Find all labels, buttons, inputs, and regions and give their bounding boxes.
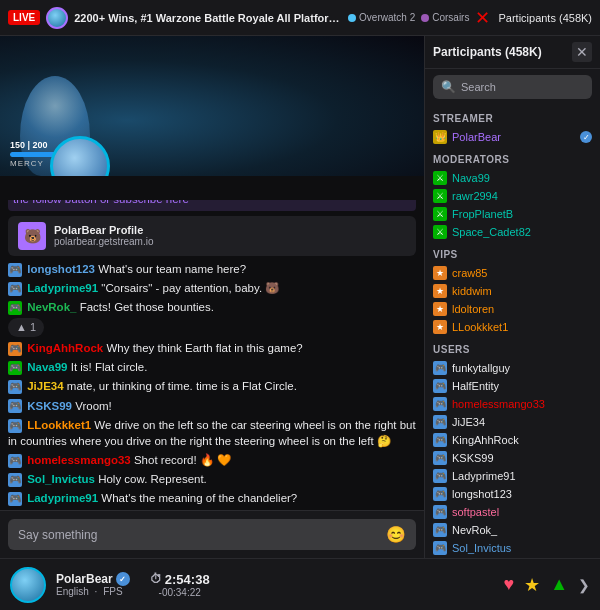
username[interactable]: KSKS99 <box>27 400 72 412</box>
chat-message: 🎮 longshot123 What's our team name here? <box>8 261 416 277</box>
bottom-verified-icon: ✓ <box>116 572 130 586</box>
participants-search-input[interactable] <box>461 81 599 93</box>
tag-overwatch[interactable]: Overwatch 2 <box>348 12 415 23</box>
participant-item[interactable]: ★ ldoltoren <box>433 300 592 318</box>
upvote-button[interactable]: ▲ <box>550 574 568 595</box>
participants-count: Participants (458K) <box>498 12 592 24</box>
streamer-avatar-top <box>46 7 68 29</box>
participant-item[interactable]: ⚔ Nava99 <box>433 169 592 187</box>
participant-name: NevRok_ <box>452 524 592 536</box>
participant-name: KSKS99 <box>452 452 592 464</box>
user-icon: 🎮 <box>8 454 22 468</box>
chat-input-area: 😊 <box>0 510 424 558</box>
user-icon: 🎮 <box>433 361 447 375</box>
mod-icon: ⚔ <box>433 189 447 203</box>
participant-item[interactable]: ★ LLookkket1 <box>433 318 592 336</box>
username[interactable]: Ladyprime91 <box>27 282 98 294</box>
username[interactable]: Sol_Invictus <box>27 473 95 485</box>
participant-item[interactable]: 🎮 Sol_Invictus <box>433 539 592 557</box>
participant-name: JiJE34 <box>452 416 592 428</box>
participant-item[interactable]: 🎮 JiJE34 <box>433 413 592 431</box>
chat-input[interactable] <box>18 528 380 542</box>
message-text: Why they think Earth flat in this game? <box>106 342 302 354</box>
close-stream-icon[interactable]: ✕ <box>475 7 490 29</box>
username[interactable]: LLookkket1 <box>27 419 91 431</box>
tag-label-overwatch: Overwatch 2 <box>359 12 415 23</box>
vip-icon: ★ <box>433 302 447 316</box>
share-button[interactable]: ❯ <box>578 577 590 593</box>
message-text: What's our team name here? <box>98 263 246 275</box>
username[interactable]: JiJE34 <box>27 380 63 392</box>
profile-card[interactable]: 🐻 PolarBear Profile polarbear.getstream.… <box>8 216 416 256</box>
tag-dot-corsairs <box>421 14 429 22</box>
timer-value: 2:54:38 <box>165 572 210 587</box>
user-icon: 🎮 <box>433 541 447 555</box>
upvote-message: ▲ 1 <box>8 318 416 337</box>
participant-item[interactable]: 🎮 funkytallguy <box>433 359 592 377</box>
participant-item[interactable]: ⚔ Space_Cadet82 <box>433 223 592 241</box>
participant-item[interactable]: 🎮 softpastel <box>433 503 592 521</box>
participant-item[interactable]: ★ kiddwim <box>433 282 592 300</box>
participant-item[interactable]: 🎮 Ladyprime91 <box>433 467 592 485</box>
participant-item[interactable]: ★ craw85 <box>433 264 592 282</box>
user-icon: 🎮 <box>433 415 447 429</box>
streamer-crown-icon: 👑 <box>433 130 447 144</box>
section-title-vips: VIPs <box>433 249 592 260</box>
username[interactable]: homelessmango33 <box>27 454 131 466</box>
bottom-streamer-name: PolarBear ✓ <box>56 572 130 586</box>
upvote-badge[interactable]: ▲ 1 <box>8 318 44 337</box>
stream-preview: 150 | 200 MERCY <box>0 36 424 176</box>
user-icon: 🎮 <box>8 399 22 413</box>
user-icon: 🎮 <box>8 361 22 375</box>
participants-panel: Participants (458K) ✕ 🔍 Streamer 👑 Polar… <box>425 36 600 558</box>
participant-item[interactable]: ⚔ FropPlanetB <box>433 205 592 223</box>
section-title-streamer: Streamer <box>433 113 592 124</box>
participant-item[interactable]: 👑 PolarBear ✓ <box>433 128 592 146</box>
heart-button[interactable]: ♥ <box>503 574 514 595</box>
participant-item[interactable]: 🎮 KingAhhRock <box>433 431 592 449</box>
participant-item[interactable]: 🎮 longshot123 <box>433 485 592 503</box>
message-text: Facts! Get those bounties. <box>80 301 214 313</box>
chat-message: 🎮 Ladyprime91 What's the meaning of the … <box>8 490 416 506</box>
lang-separator: · <box>95 586 98 597</box>
username[interactable]: Ladyprime91 <box>27 492 98 504</box>
card-icon: 🐻 <box>18 222 46 250</box>
participant-item[interactable]: ⚔ rawr2994 <box>433 187 592 205</box>
close-participants-button[interactable]: ✕ <box>572 42 592 62</box>
section-title-users: Users <box>433 344 592 355</box>
chat-message: 🎮 KingAhhRock Why they think Earth flat … <box>8 340 416 356</box>
participant-item[interactable]: 🎮 HalfEntity <box>433 377 592 395</box>
user-icon: 🎮 <box>8 473 22 487</box>
mod-icon: ⚔ <box>433 225 447 239</box>
user-icon: 🎮 <box>433 379 447 393</box>
participant-name: LLookkket1 <box>452 321 592 333</box>
participant-item[interactable]: 🎮 KSKS99 <box>433 449 592 467</box>
username[interactable]: KingAhhRock <box>27 342 103 354</box>
username[interactable]: Nava99 <box>27 361 67 373</box>
tag-corsairs[interactable]: Corsairs <box>421 12 469 23</box>
participant-name: Nava99 <box>452 172 592 184</box>
stream-title: 2200+ Wins, #1 Warzone Battle Royale All… <box>74 12 342 24</box>
participant-item[interactable]: 🎮 NevRok_ <box>433 521 592 539</box>
star-button[interactable]: ★ <box>524 574 540 596</box>
participant-name: HalfEntity <box>452 380 592 392</box>
message-text: Vroom! <box>75 400 112 412</box>
username[interactable]: longshot123 <box>27 263 95 275</box>
participant-name: craw85 <box>452 267 592 279</box>
bottom-streamer-avatar <box>10 567 46 603</box>
bottom-bar: PolarBear ✓ English · FPS ⏱ 2:54:38 -00:… <box>0 558 600 610</box>
vip-icon: ★ <box>433 266 447 280</box>
participant-item[interactable]: 🎮 xzzeus <box>433 557 592 558</box>
vip-icon: ★ <box>433 320 447 334</box>
emoji-button[interactable]: 😊 <box>386 525 406 544</box>
message-text: It is! Flat circle. <box>71 361 148 373</box>
bottom-timer-area: ⏱ 2:54:38 -00:34:22 <box>140 572 220 598</box>
chat-message: 🎮 homelessmango33 Shot record! 🔥 🧡 <box>8 452 416 468</box>
search-box: 🔍 <box>433 75 592 99</box>
user-icon: 🎮 <box>433 433 447 447</box>
message-text: Shot record! 🔥 🧡 <box>134 454 231 466</box>
user-icon: 🎮 <box>433 487 447 501</box>
username[interactable]: NevRok_ <box>27 301 76 313</box>
participant-item[interactable]: 🎮 homelessmango33 <box>433 395 592 413</box>
card-text: PolarBear Profile polarbear.getstream.io <box>54 224 154 247</box>
